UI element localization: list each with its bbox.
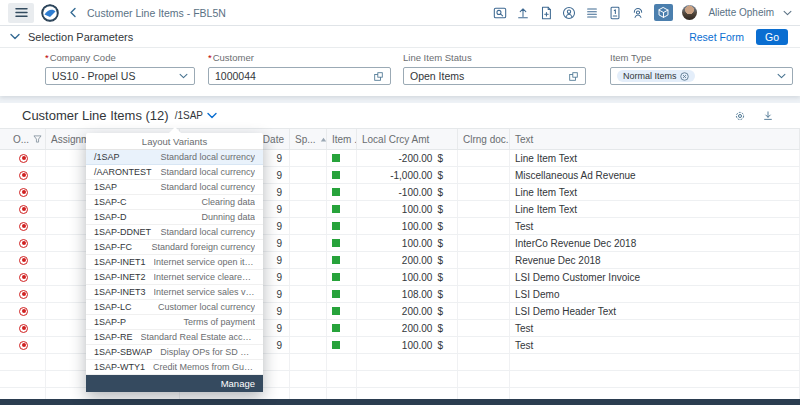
text-cell: Line Item Text <box>510 150 800 166</box>
green-square-icon <box>332 154 340 162</box>
status-cell <box>8 167 46 183</box>
collapse-chevron-icon[interactable] <box>10 33 20 40</box>
variant-list-item[interactable]: 1SAP-INET3 Internet service sales volume <box>86 285 263 300</box>
status-cell <box>8 150 46 166</box>
line-item-status-input[interactable]: Open Items <box>403 67 586 85</box>
clearing-doc-cell <box>458 167 510 183</box>
item-status-cell <box>327 286 357 302</box>
customer-label: *Customer <box>208 52 391 63</box>
item-type-multicombo[interactable]: Normal Items <box>610 67 793 85</box>
variant-list-item[interactable]: 1SAP-INET1 Internet service open items <box>86 255 263 270</box>
item-type-token[interactable]: Normal Items <box>617 70 695 82</box>
variant-list-item[interactable]: 1SAP-LC Customer local currency <box>86 300 263 315</box>
token-remove-icon[interactable] <box>680 72 689 81</box>
variant-list-item[interactable]: 1SAP-WTY1 Credit Memos from Guarantee Pr… <box>86 360 263 375</box>
cube-icon <box>657 6 670 19</box>
filter-bar-header: Selection Parameters Reset Form Go <box>0 26 800 48</box>
amount-cell <box>357 388 458 399</box>
column-header-amount[interactable]: Local Crcy Amt <box>357 129 458 149</box>
company-code-select[interactable]: US10 - Propel US <box>45 67 195 85</box>
bottom-bar <box>0 399 800 405</box>
hamburger-icon <box>15 7 28 18</box>
manage-bar[interactable]: Manage <box>86 375 263 392</box>
filter-bar: Selection Parameters Reset Form Go *Comp… <box>0 26 800 96</box>
special-gl-cell <box>290 320 327 336</box>
variant-list-item[interactable]: /AARONTEST Standard local currency <box>86 165 263 180</box>
variant-list-item[interactable]: 1SAP-DDNET Standard local currency <box>86 225 263 240</box>
menu-button[interactable] <box>8 3 34 23</box>
chevron-down-icon[interactable] <box>783 10 792 16</box>
popup-title: Layout Variants <box>86 133 263 150</box>
column-header-clearing[interactable]: Clrng doc. <box>458 129 510 149</box>
amount-cell: 100.00 $ <box>357 235 458 251</box>
item-status-cell <box>327 218 357 234</box>
status-cell <box>8 371 46 387</box>
green-square-icon <box>332 188 340 196</box>
export-download-icon[interactable] <box>762 110 774 122</box>
clearing-doc-cell <box>458 337 510 353</box>
amount-cell: -100.00 $ <box>357 184 458 200</box>
filter-funnel-icon[interactable] <box>33 135 42 143</box>
contacts-icon[interactable] <box>562 6 576 20</box>
select-chevron-icon <box>777 73 786 79</box>
amount-cell: 100.00 $ <box>357 218 458 234</box>
value-help-icon[interactable] <box>568 71 579 82</box>
variant-list-item[interactable]: 1SAP-FC Standard foreign currency <box>86 240 263 255</box>
amount-cell: -200.00 $ <box>357 150 458 166</box>
column-header-item[interactable]: Item ... <box>327 129 357 149</box>
variant-list-item[interactable]: 1SAP-SBWAP Display OPs for SD Credit Mem… <box>86 345 263 360</box>
search-icon[interactable] <box>493 6 507 20</box>
layout-variants-popup: Layout Variants /1SAP Standard local cur… <box>86 133 263 392</box>
item-type-label: Item Type <box>610 52 793 63</box>
text-cell: Miscellaneous Ad Revenue <box>510 167 800 183</box>
select-chevron-icon <box>179 73 188 79</box>
status-cell <box>8 388 46 399</box>
clearing-doc-cell <box>458 269 510 285</box>
text-cell: Line Item Text <box>510 184 800 200</box>
reset-form-link[interactable]: Reset Form <box>689 31 744 43</box>
column-header-special[interactable]: Sp... <box>290 129 327 149</box>
item-status-cell <box>327 354 357 370</box>
back-button[interactable] <box>69 7 77 18</box>
field-customer: *Customer 1000044 <box>208 52 391 85</box>
product-switch-button[interactable] <box>654 4 673 21</box>
user-name[interactable]: Aliette Opheim <box>708 7 774 18</box>
item-status-cell <box>327 388 357 399</box>
manage-button[interactable]: Manage <box>221 378 255 389</box>
clearing-doc-cell <box>458 235 510 251</box>
status-cell <box>8 201 46 217</box>
report-document-icon[interactable] <box>608 6 622 20</box>
company-logo-icon[interactable] <box>41 4 59 22</box>
variant-list: /1SAP Standard local currency /AARONTEST… <box>86 150 263 375</box>
column-header-status[interactable]: O... <box>8 129 46 149</box>
line-item-status-label: Line Item Status <box>403 52 586 63</box>
column-header-text[interactable]: Text <box>510 129 800 149</box>
list-icon[interactable] <box>585 6 599 20</box>
field-line-item-status: Line Item Status Open Items <box>403 52 586 85</box>
special-gl-cell <box>290 388 327 399</box>
settings-gear-icon[interactable] <box>734 110 746 122</box>
variant-list-item[interactable]: 1SAP Standard local currency <box>86 180 263 195</box>
special-gl-cell <box>290 286 327 302</box>
add-document-icon[interactable] <box>539 6 553 20</box>
clearing-doc-cell <box>458 354 510 370</box>
status-cell <box>8 320 46 336</box>
green-square-icon <box>332 205 340 213</box>
variant-list-item[interactable]: 1SAP-RE Standard Real Estate account ass… <box>86 330 263 345</box>
status-cell <box>8 184 46 200</box>
variant-list-item[interactable]: 1SAP-INET2 Internet service cleared item… <box>86 270 263 285</box>
customer-input[interactable]: 1000044 <box>208 67 391 85</box>
variant-list-item[interactable]: 1SAP-P Terms of payment <box>86 315 263 330</box>
variant-list-item[interactable]: /1SAP Standard local currency <box>86 150 263 165</box>
variant-list-item[interactable]: 1SAP-D Dunning data <box>86 210 263 225</box>
go-button[interactable]: Go <box>756 29 788 45</box>
support-icon[interactable] <box>631 6 645 20</box>
open-item-icon <box>19 341 28 350</box>
variant-list-item[interactable]: 1SAP-C Clearing data <box>86 195 263 210</box>
item-status-cell <box>327 371 357 387</box>
user-avatar[interactable] <box>682 5 697 20</box>
upload-icon[interactable] <box>516 6 530 20</box>
value-help-icon[interactable] <box>373 71 384 82</box>
status-cell <box>8 354 46 370</box>
variant-selector[interactable]: /1SAP <box>169 110 217 121</box>
